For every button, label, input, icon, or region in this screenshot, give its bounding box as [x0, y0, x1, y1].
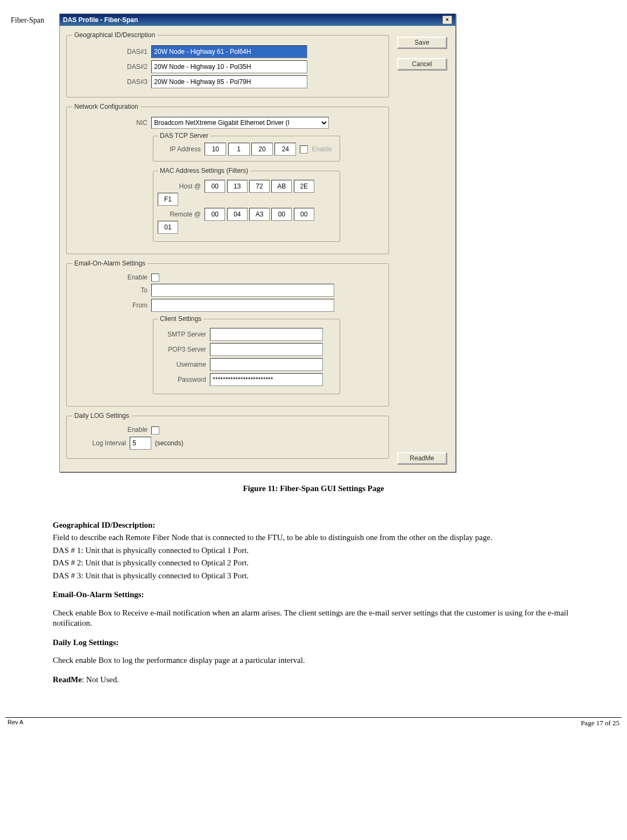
cancel-button[interactable]: Cancel: [397, 58, 447, 70]
host-4[interactable]: [271, 180, 292, 193]
page-footer: Rev A Page 17 of 25: [5, 717, 622, 729]
from-input[interactable]: [151, 299, 334, 312]
p-das1: DAS # 1: Unit that is physically connect…: [53, 545, 605, 556]
footer-rev: Rev A: [8, 719, 23, 727]
ip-4[interactable]: [274, 143, 296, 156]
save-button[interactable]: Save: [397, 37, 447, 48]
email-fieldset: Email-On-Alarm Settings Enable To From: [66, 260, 389, 407]
das1-label: DAS#1: [72, 48, 147, 55]
p-log: Check enable Box to log the performance …: [53, 655, 605, 666]
geo-legend: Geographical ID/Description: [72, 31, 157, 39]
p-geo-desc: Field to describe each Remote Fiber Node…: [53, 533, 605, 543]
smtp-input[interactable]: [210, 328, 323, 341]
remote-5[interactable]: [294, 208, 314, 221]
remote-6[interactable]: [158, 221, 178, 234]
ip-3[interactable]: [251, 143, 273, 156]
log-legend: Daily LOG Settings: [72, 412, 131, 419]
das3-label: DAS#3: [72, 78, 147, 86]
mac-legend: MAC Address Settings (Filters): [158, 167, 250, 174]
log-enable-label: Enable: [72, 426, 147, 433]
to-input[interactable]: [151, 284, 334, 297]
ip-2[interactable]: [228, 143, 250, 156]
readme-button[interactable]: ReadMe: [397, 452, 447, 464]
h-geo: Geographical ID/Description:: [53, 521, 155, 529]
dialog-title: DAS Profile - Fiber-Span: [63, 16, 138, 24]
remote-1[interactable]: [205, 208, 225, 221]
tcp-enable-label: Enable: [312, 145, 332, 153]
interval-label: Log Interval: [72, 439, 126, 447]
pop3-label: POP3 Server: [158, 346, 206, 353]
h-readme: ReadMe: [53, 675, 82, 684]
log-enable-checkbox[interactable]: [151, 426, 159, 435]
das2-label: DAS#2: [72, 63, 147, 71]
remote-label: Remote @: [158, 211, 201, 218]
nic-label: NIC: [72, 119, 147, 127]
seconds-label: (seconds): [155, 439, 184, 447]
footer-page-num: 17: [596, 719, 603, 727]
h-email: Email-On-Alarm Settings:: [53, 590, 144, 599]
footer-total: 25: [612, 719, 619, 727]
titlebar: DAS Profile - Fiber-Span ×: [60, 14, 455, 26]
host-5[interactable]: [294, 180, 314, 193]
das1-input[interactable]: [151, 45, 307, 58]
interval-input[interactable]: [130, 437, 151, 450]
das-profile-dialog: DAS Profile - Fiber-Span × Save Cancel G…: [59, 13, 456, 472]
log-fieldset: Daily LOG Settings Enable Log Interval (…: [66, 412, 389, 458]
tcp-enable-checkbox[interactable]: [300, 145, 308, 153]
close-icon[interactable]: ×: [442, 16, 452, 24]
das3-input[interactable]: [151, 75, 307, 88]
p-das3: DAS # 3: Unit that is physically connect…: [53, 571, 605, 582]
email-legend: Email-On-Alarm Settings: [72, 260, 147, 267]
email-enable-checkbox[interactable]: [151, 274, 159, 282]
user-label: Username: [158, 361, 206, 368]
p-email: Check enable Box to Receive e-mail notif…: [53, 608, 605, 629]
document-body: Geographical ID/Description: Field to de…: [53, 520, 605, 685]
remote-4[interactable]: [271, 208, 292, 221]
h-log: Daily Log Settings:: [53, 638, 119, 647]
host-6[interactable]: [158, 193, 178, 206]
client-legend: Client Settings: [158, 315, 203, 323]
pass-label: Password: [158, 376, 206, 383]
tcp-legend: DAS TCP Server: [158, 132, 210, 139]
host-2[interactable]: [227, 180, 248, 193]
pass-input[interactable]: [210, 373, 323, 386]
pop3-input[interactable]: [210, 343, 323, 356]
footer-page-pre: Page: [581, 719, 596, 727]
footer-of: of: [603, 719, 612, 727]
doc-header-label: Fiber-Span: [11, 16, 44, 25]
host-label: Host @: [158, 183, 201, 190]
from-label: From: [72, 302, 147, 309]
remote-2[interactable]: [227, 208, 248, 221]
readme-rest: : Not Used.: [82, 675, 119, 684]
host-3[interactable]: [249, 180, 270, 193]
remote-3[interactable]: [249, 208, 270, 221]
email-enable-label: Enable: [72, 274, 147, 281]
to-label: To: [72, 286, 147, 294]
network-fieldset: Network Configuration NIC Broadcom NetXt…: [66, 103, 389, 254]
figure-caption: Figure 11: Fiber-Span GUI Settings Page: [0, 484, 627, 493]
ip-label: IP Address: [158, 145, 201, 153]
ip-1[interactable]: [205, 143, 226, 156]
nic-select[interactable]: Broadcom NetXtreme Gigabit Ethernet Driv…: [151, 117, 329, 129]
geographical-fieldset: Geographical ID/Description DAS#1 DAS#2 …: [66, 31, 389, 97]
net-legend: Network Configuration: [72, 103, 140, 110]
user-input[interactable]: [210, 358, 323, 371]
host-1[interactable]: [205, 180, 225, 193]
das2-input[interactable]: [151, 60, 307, 73]
p-das2: DAS # 2: Unit that is physically connect…: [53, 558, 605, 569]
smtp-label: SMTP Server: [158, 331, 206, 338]
